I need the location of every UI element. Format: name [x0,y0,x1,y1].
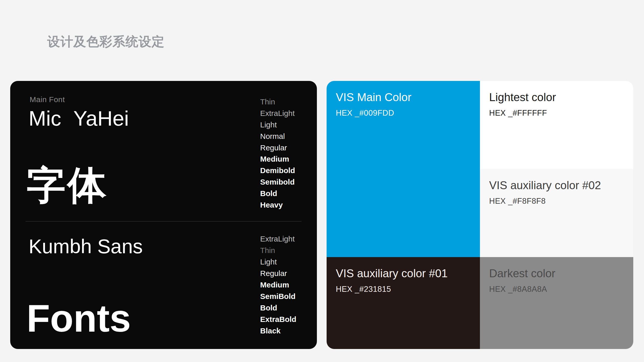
color-panel: VIS Main Color HEX _#009FDD Lightest col… [327,81,633,349]
swatch-hex-value: HEX _#231815 [336,285,391,294]
weight-label-black: Black [260,325,296,336]
swatch-auxiliary-color-02: VIS auxiliary color #02 HEX _#F8F8F8 [480,169,633,257]
main-font-cjk-sample: 字体 [27,166,108,204]
secondary-font-name: Kumbh Sans [29,236,143,258]
weight-label-regular: Regular [260,268,296,279]
design-spec-page: 设计及色彩系统设定 Main Font Mic YaHei 字体 Thin Ex… [0,0,644,362]
swatch-hex-value: HEX _#8A8A8A [489,285,547,294]
swatch-lightest-color: Lightest color HEX _#FFFFFF [480,81,633,169]
typography-panel: Main Font Mic YaHei 字体 Thin ExtraLight L… [10,81,317,349]
weight-label-light: Light [260,256,296,268]
weight-label-medium: Medium [260,153,295,165]
weight-label-heavy: Heavy [260,199,295,211]
weight-label-demibold: Demibold [260,165,295,176]
swatch-name: VIS auxiliary color #01 [336,267,448,280]
main-font-weights-list: Thin ExtraLight Light Normal Regular Med… [260,96,295,211]
swatch-darkest-color: Darkest color HEX _#8A8A8A [480,257,633,349]
divider [26,221,302,222]
swatch-name: VIS auxiliary color #02 [489,179,601,192]
swatch-name: Lightest color [489,91,556,104]
weight-label-semibold: Semibold [260,176,295,188]
weight-label-normal: Normal [260,130,295,142]
weight-label-extralight: ExtraLight [260,108,295,119]
secondary-font-weights-list: ExtraLight Thin Light Regular Medium Sem… [260,233,296,336]
swatch-name: VIS Main Color [336,91,411,104]
swatch-hex-value: HEX _#FFFFFF [489,108,547,118]
page-title: 设计及色彩系统设定 [47,33,165,50]
weight-label-thin: Thin [260,96,295,108]
weight-label-extralight: ExtraLight [260,233,296,245]
swatch-hex-value: HEX _#009FDD [336,108,394,118]
weight-label-bold: Bold [260,302,296,313]
weight-label-extrabold: ExtraBold [260,313,296,325]
main-font-name: Mic YaHei [29,107,129,130]
swatch-hex-value: HEX _#F8F8F8 [489,197,546,206]
weight-label-thin: Thin [260,245,296,256]
swatch-vis-main-color: VIS Main Color HEX _#009FDD [327,81,480,257]
weight-label-semibold: SemiBold [260,291,296,302]
swatch-auxiliary-color-01: VIS auxiliary color #01 HEX _#231815 [327,257,480,349]
weight-label-medium: Medium [260,279,296,291]
weight-label-bold: Bold [260,188,295,199]
swatch-name: Darkest color [489,267,555,280]
main-font-label: Main Font [30,95,65,104]
secondary-font-sample: Fonts [27,297,131,340]
weight-label-light: Light [260,119,295,131]
weight-label-regular: Regular [260,142,295,153]
